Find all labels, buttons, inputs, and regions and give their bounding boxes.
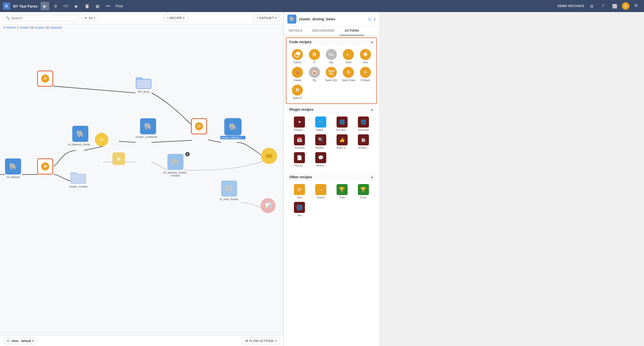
plugin-rulesg[interactable]: 👍 Rules G... <box>332 133 352 150</box>
node-split[interactable]: ▦ <box>112 152 125 165</box>
view-select[interactable]: 👁 View : default ▾ <box>4 338 36 344</box>
impala-recipe-label: Impala <box>294 79 301 82</box>
recipe-sql[interactable]: SQL SQL <box>324 48 340 65</box>
search-input[interactable] <box>11 16 77 20</box>
node-api-keys[interactable]: API_keys <box>136 76 152 93</box>
node-cluster-combinations[interactable]: 🐘 cluster_combinations <box>136 118 161 138</box>
recipe-pig[interactable]: 🐷 Pig <box>306 66 323 83</box>
node-python3-selected[interactable]: ⟳ <box>191 118 207 134</box>
recipe-sparkscala[interactable]: S Spark Scala <box>340 66 356 83</box>
user-avatar[interactable]: S <box>622 2 629 10</box>
elephant-icon2: 🐘 <box>76 130 84 138</box>
rulesg-plugin-label: Rules G... <box>337 146 348 149</box>
recipe-hive[interactable]: Hive <box>357 48 373 65</box>
svg-line-1 <box>84 146 103 150</box>
chart-icon: 📊 <box>265 203 271 209</box>
recipe-shell[interactable]: >_ Shell <box>340 48 356 65</box>
node-join2[interactable] <box>261 148 277 164</box>
add-dataset-button[interactable]: + DATASET ▾ <box>253 15 280 21</box>
settings-icon-btn[interactable]: ⚙ <box>51 2 60 10</box>
panel-info-icon[interactable]: ℹ <box>374 17 375 22</box>
search-top-icon-btn[interactable]: 🔍 <box>632 2 641 10</box>
hive-recipe-icon <box>360 49 371 60</box>
other-sync[interactable]: ⟳ Sync <box>289 183 310 200</box>
globe-label: Geo <box>297 214 302 217</box>
recipe-sparkr[interactable]: R + Spark R <box>289 84 305 100</box>
recipe-sparksql[interactable]: SparkSQL Spark SQL <box>324 66 340 83</box>
node-python2[interactable]: ⟳ <box>37 71 53 87</box>
plugin-sentenc[interactable]: ▦ Sentenc... <box>353 133 373 150</box>
other-trophy2[interactable]: 🏆 Score <box>353 183 373 200</box>
search-bar-area: 🔍 ▼ All ▾ + RECIPE ▾ + DATASET ▾ <box>0 12 283 24</box>
stats-row: 4 folders 1 model 19 recipes 20 datasets <box>0 24 283 31</box>
sql-recipe-icon: SQL <box>326 49 337 60</box>
more-icon-btn[interactable]: ••• <box>104 2 112 10</box>
analytics-icon-btn[interactable]: 📈 <box>610 2 619 10</box>
sparkr-recipe-icon: R + <box>292 85 303 96</box>
plugin-named[interactable]: 🔍 Named ... <box>311 133 331 150</box>
trophy2-icon: 🏆 <box>358 184 369 195</box>
elephant-icon4: 🐘 <box>229 123 237 131</box>
tab-actions[interactable]: ACTIONS <box>340 26 364 35</box>
recipe-r[interactable]: R R <box>306 48 323 65</box>
add-recipe-caret: ▾ <box>183 17 184 19</box>
flow-actions-button[interactable]: ⚙ FLOW ACTIONS ▾ <box>242 337 280 344</box>
named-plugin-icon: 🔍 <box>315 134 326 145</box>
plugin-recipes-header[interactable]: Plugin recipes ▲ <box>286 105 376 113</box>
recipe-python[interactable]: Python <box>289 48 305 65</box>
named-plugin-label: Named ... <box>315 146 326 149</box>
plugin-esri[interactable]: 🌐 Esri geo... <box>332 116 352 132</box>
recipe-pyspark[interactable]: ⟳ PySpark <box>357 66 373 83</box>
geocoder-plugin-label: Geocoder <box>358 129 369 131</box>
node-ml-window[interactable]: 🐘 ℹ ml_dataset_cluster_window <box>163 154 188 177</box>
hive-recipe-label: Hive <box>363 61 368 64</box>
node-cluster-models[interactable]: cluster_models <box>69 170 88 188</box>
flow-icon-btn[interactable]: ▶ <box>41 2 49 10</box>
ml-clustered-label: ml_dataset_clustered <box>68 143 93 146</box>
sparksql-recipe-icon: SparkSQL <box>326 67 337 78</box>
other-recipes-header[interactable]: Other recipes ▲ <box>286 173 376 181</box>
tab-discussions[interactable]: DISCUSSIONS <box>307 26 340 35</box>
node-ts-eval[interactable]: 🐘 ts_eval_results <box>220 181 238 201</box>
search-input-wrapper[interactable]: 🔍 <box>4 15 79 21</box>
esri-plugin-label: Esri geo... <box>336 129 348 131</box>
datasets-link[interactable]: datasets <box>50 26 62 29</box>
help-icon-btn[interactable]: ? <box>599 2 607 10</box>
cluster-driving-label: cluster_driving_times <box>220 136 245 139</box>
grid-icon-btn[interactable]: ⊞ <box>587 2 596 10</box>
recipes-link[interactable]: recipes <box>34 26 45 29</box>
other-export[interactable]: → Export <box>311 183 331 200</box>
folders-link[interactable]: folders <box>6 26 16 29</box>
sync-icon: ⟳ <box>294 184 305 195</box>
plugin-forecast[interactable]: 📅 Forecast <box>289 133 310 150</box>
run-icon-btn[interactable]: ▶ <box>72 2 81 10</box>
plugin-feature[interactable]: ✦ Feature ... <box>289 116 310 132</box>
node-join1[interactable]: ⟳ <box>95 133 108 146</box>
recipe-impala[interactable]: 🦌 Impala <box>289 66 305 83</box>
models-link[interactable]: model <box>20 26 28 29</box>
dashboard-icon-btn[interactable]: ▦ <box>93 2 102 10</box>
deploy-icon-btn[interactable]: 📋 <box>83 2 91 10</box>
node-ml-dataset[interactable]: 🐘 ml_dataset <box>5 158 21 179</box>
node-cluster-driving-times[interactable]: 🐘 cluster_driving_times <box>220 119 245 139</box>
other-globe[interactable]: 🌐 Geo <box>289 201 310 218</box>
flow-actions-label: ⚙ FLOW ACTIONS <box>245 339 274 343</box>
forecast-plugin-icon: 📅 <box>294 134 305 145</box>
plugin-geocoder[interactable]: 🌐 Geocoder <box>353 116 373 132</box>
filter-button[interactable]: ▼ All ▾ <box>81 15 98 21</box>
panel-check-icon[interactable]: ☑ <box>368 17 371 22</box>
node-ml-dataset-clustered[interactable]: 🐘 ml_dataset_clustered <box>68 126 93 146</box>
export-label: Export <box>317 196 325 199</box>
plugin-twitter[interactable]: 🐦 Twitter ... <box>311 116 331 132</box>
node-python1[interactable]: ⟳ <box>37 158 53 175</box>
code-icon-btn[interactable]: </> <box>62 2 70 10</box>
code-recipes-header[interactable]: Code recipes ▲ <box>286 38 376 46</box>
plugin-textsu[interactable]: 📄 Text Su... <box>289 151 310 168</box>
node-chart[interactable]: 📊 <box>261 198 276 213</box>
other-trophy1[interactable]: 🏆 Train <box>332 183 352 200</box>
add-recipe-button[interactable]: + RECIPE ▾ <box>164 15 188 21</box>
export-icon: → <box>315 184 326 195</box>
twitter-plugin-icon: 🐦 <box>315 117 326 128</box>
plugin-sentim[interactable]: 💬 Sentim... <box>311 151 331 168</box>
tab-details[interactable]: DETAILS <box>284 26 307 35</box>
